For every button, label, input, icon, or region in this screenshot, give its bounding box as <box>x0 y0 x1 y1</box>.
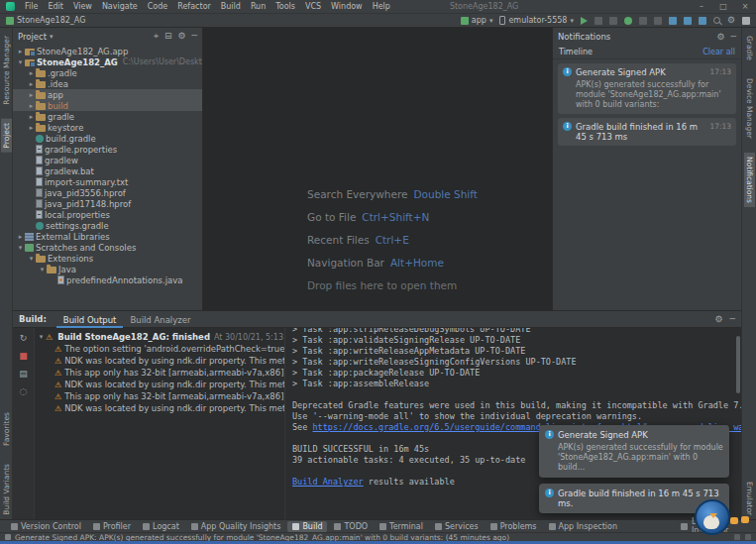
menu-build[interactable]: Build <box>216 2 246 11</box>
tab-build-output[interactable]: Build Output <box>56 311 124 328</box>
chevron-right-icon[interactable]: ▸ <box>16 48 25 55</box>
tool-button-favorites[interactable]: Favorites <box>1 408 12 450</box>
menu-refactor[interactable]: Refactor <box>172 2 216 11</box>
tool-window-button-version-control[interactable]: Version Control <box>6 521 86 532</box>
chevron-down-icon[interactable]: ▾ <box>27 255 36 263</box>
locate-file-icon[interactable]: ⌖ <box>154 31 159 42</box>
tool-button-gradle[interactable]: Gradle <box>744 32 755 64</box>
clear-all-link[interactable]: Clear all <box>702 48 735 56</box>
tree-item-keystore[interactable]: ▸keystore <box>13 122 202 133</box>
chevron-down-icon[interactable]: ▾ <box>16 58 25 66</box>
build-root-node[interactable]: ▾ ⚠ Build StoneAge182_AG: finished At 30… <box>37 331 284 343</box>
tree-item-predefinedannotations-java[interactable]: predefinedAnnotations.java <box>13 274 202 285</box>
notification-card[interactable]: iGenerate Signed APKAPK(s) generated suc… <box>539 425 729 478</box>
menu-tools[interactable]: Tools <box>270 2 300 11</box>
tool-window-button-app-inspection[interactable]: App Inspection <box>544 521 623 532</box>
chevron-right-icon[interactable]: ▸ <box>27 91 36 99</box>
build-warning-row[interactable]: ⚠This app only has 32-bit [armeabi,armea… <box>37 390 284 402</box>
profile-button[interactable] <box>639 17 647 25</box>
tree-item-local-properties[interactable]: local.properties <box>13 209 202 220</box>
tool-window-button-app-quality-insights[interactable]: App Quality Insights <box>186 521 286 532</box>
profile-avatar[interactable] <box>742 17 750 25</box>
tree-item-gradlew[interactable]: gradlew <box>13 155 202 165</box>
tree-item-external-libraries[interactable]: ▸External Libraries <box>13 231 202 242</box>
build-warning-row[interactable]: ⚠This app only has 32-bit [armeabi,armea… <box>37 367 284 379</box>
menu-code[interactable]: Code <box>143 2 172 11</box>
clear-output-icon[interactable]: ◌ <box>20 387 28 396</box>
menu-file[interactable]: File <box>20 2 43 11</box>
tree-item-gradle[interactable]: ▸.gradle <box>13 67 202 78</box>
tree-item-settings-gradle[interactable]: settings.gradle <box>13 220 202 231</box>
debug-button[interactable] <box>624 17 632 25</box>
tab-timeline[interactable]: Timeline <box>559 48 593 56</box>
apply-code-changes-button[interactable] <box>609 17 617 25</box>
settings-icon[interactable]: ⚙ <box>717 32 725 42</box>
search-everywhere-button[interactable] <box>713 17 720 24</box>
minimize-button[interactable]: – <box>691 0 712 13</box>
tool-window-button-services[interactable]: Services <box>430 521 484 532</box>
tool-window-button-profiler[interactable]: Profiler <box>88 521 136 532</box>
status-message[interactable]: Generate Signed APK: APK(s) generated su… <box>15 533 509 542</box>
project-panel-title[interactable]: Project <box>18 32 47 42</box>
hide-panel-icon[interactable]: ─ <box>192 31 197 42</box>
maximize-button[interactable]: □ <box>712 0 734 13</box>
hide-panel-icon[interactable]: ─ <box>730 314 735 324</box>
chevron-right-icon[interactable]: ▸ <box>27 102 36 110</box>
lock-icon[interactable] <box>734 534 740 540</box>
chevron-right-icon[interactable]: ▸ <box>27 80 36 88</box>
chevron-down-icon[interactable]: ▾ <box>50 33 54 41</box>
build-warning-row[interactable]: ⚠NDK was located by using ndk.dir proper… <box>37 379 284 390</box>
sdk-manager-button[interactable] <box>699 17 706 25</box>
editor-area[interactable]: Search EverywhereDouble ShiftGo to FileC… <box>203 28 552 310</box>
console-scrollbar[interactable] <box>736 336 740 393</box>
tree-item-import-summary-txt[interactable]: import-summary.txt <box>13 176 202 187</box>
hide-panel-icon[interactable]: ─ <box>731 32 736 42</box>
build-warning-row[interactable]: ⚠NDK was located by using ndk.dir proper… <box>37 402 284 414</box>
chevron-down-icon[interactable]: ▾ <box>37 333 46 341</box>
tool-window-button-problems[interactable]: Problems <box>486 521 542 532</box>
avd-manager-button[interactable] <box>684 17 692 25</box>
tool-window-button-terminal[interactable]: Terminal <box>375 521 428 532</box>
tree-item-java-pid3556-hprof[interactable]: java_pid3556.hprof <box>13 187 202 198</box>
restart-build-icon[interactable]: ↻ <box>20 334 28 343</box>
tool-button-resource-manager[interactable]: Resource Manager <box>1 32 12 109</box>
tool-button-project[interactable]: Project <box>1 119 12 153</box>
chevron-down-icon[interactable]: ▾ <box>16 244 25 252</box>
tree-item-app[interactable]: ▸app <box>13 89 202 100</box>
tree-item-java-pid17148-hprof[interactable]: java_pid17148.hprof <box>13 198 202 209</box>
chevron-right-icon[interactable]: ▸ <box>27 113 36 121</box>
tool-button-build-variants[interactable]: Build Variants <box>1 460 12 519</box>
tree-item-scratches-and-consoles[interactable]: ▾Scratches and Consoles <box>13 242 202 253</box>
menu-window[interactable]: Window <box>326 2 368 11</box>
menu-navigate[interactable]: Navigate <box>97 2 143 11</box>
tree-item-java[interactable]: ▾Java <box>13 264 202 274</box>
settings-icon[interactable]: ⚙ <box>715 314 723 324</box>
tool-button-emulator[interactable]: Emulator <box>744 478 755 519</box>
menu-help[interactable]: Help <box>368 2 395 11</box>
tool-window-button-logcat[interactable]: Logcat <box>138 521 184 532</box>
tree-item-build[interactable]: ▸build <box>13 100 202 111</box>
notification-card[interactable]: iGenerate Signed APK17:13APK(s) generate… <box>558 63 736 114</box>
menu-view[interactable]: View <box>68 2 97 11</box>
chevron-right-icon[interactable]: ▸ <box>16 233 25 241</box>
chevron-down-icon[interactable]: ▾ <box>38 266 47 273</box>
tool-window-button-build[interactable]: Build <box>287 521 327 532</box>
breadcrumb-project[interactable]: StoneAge182_AG <box>17 16 85 25</box>
menu-vcs[interactable]: VCS <box>300 2 326 11</box>
tool-window-button-todo[interactable]: TODO <box>329 521 373 532</box>
breadcrumb[interactable]: StoneAge182_AG <box>6 16 85 25</box>
run-button[interactable] <box>581 17 588 25</box>
tree-item-idea[interactable]: ▸.idea <box>13 78 202 89</box>
device-dropdown[interactable]: emulator-5558 ▾ <box>499 16 573 25</box>
tool-button-device-manager[interactable]: Device Manager <box>744 74 755 143</box>
settings-icon[interactable]: ⚙ <box>178 31 186 42</box>
tree-item-stoneage182-ag[interactable]: ▾StoneAge182_AGC:\Users\User\Desktop\Sto… <box>13 56 202 67</box>
menu-run[interactable]: Run <box>246 2 270 11</box>
build-warning-row[interactable]: ⚠NDK was located by using ndk.dir proper… <box>37 355 284 367</box>
apply-changes-button[interactable] <box>594 17 602 25</box>
tree-item-extensions[interactable]: ▾Extensions <box>13 253 202 264</box>
device-manager-button[interactable] <box>669 17 677 25</box>
notification-card[interactable]: iGradle build finished in 16 m 45 s 713 … <box>558 118 736 146</box>
build-warning-row[interactable]: ⚠The option setting 'android.overridePat… <box>37 343 284 355</box>
menu-edit[interactable]: Edit <box>43 2 68 11</box>
